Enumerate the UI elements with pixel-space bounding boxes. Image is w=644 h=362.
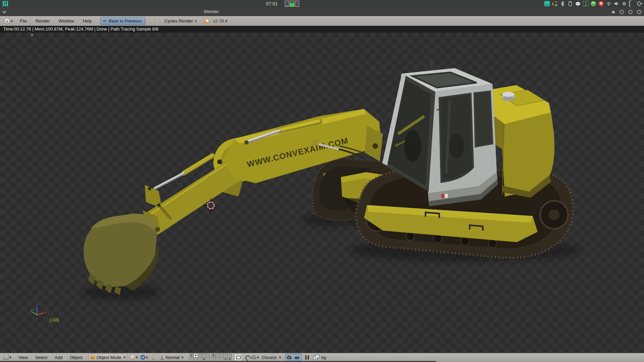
- header-separator: [155, 18, 156, 24]
- pivot-spinner-icon: [145, 355, 149, 360]
- layer-cell[interactable]: [224, 358, 227, 361]
- menu-render[interactable]: Render: [31, 17, 54, 25]
- viewport-shading-icon[interactable]: [130, 355, 135, 360]
- snap-spinner-icon: [256, 355, 260, 360]
- logout-icon[interactable]: [637, 1, 642, 6]
- collapse-chevron-icon[interactable]: [3, 10, 6, 13]
- shading-spinner-icon: [135, 355, 139, 360]
- snap-element-select[interactable]: Closest: [260, 354, 278, 361]
- manipulator-toggle-icon[interactable]: ⋯ ↔: [151, 355, 157, 360]
- layer-cell[interactable]: [212, 358, 215, 361]
- transform-orientation-axis-icon: [159, 355, 164, 360]
- render-scene: WWW.CONVEXAIM.COM: [0, 33, 644, 353]
- window-title: Blender: [204, 7, 219, 16]
- scene-lock-button[interactable]: [234, 354, 242, 361]
- layer-cell[interactable]: [190, 358, 194, 361]
- layer-cell[interactable]: [190, 354, 194, 357]
- layer-cell[interactable]: [220, 358, 223, 361]
- background-images-icon[interactable]: [313, 355, 319, 360]
- menu-object[interactable]: Object: [66, 354, 86, 361]
- clipboard-icon[interactable]: [568, 1, 573, 6]
- settings-gear-icon[interactable]: ⚙: [622, 1, 627, 6]
- axis-x-label: x: [45, 310, 47, 315]
- bluetooth-icon[interactable]: [560, 1, 565, 6]
- download-tray-icon[interactable]: [583, 1, 588, 6]
- system-monitor-widget[interactable]: [285, 1, 299, 7]
- layer-cell[interactable]: [228, 354, 231, 357]
- snap-element-cube-icon[interactable]: [251, 355, 256, 360]
- shade-window-icon[interactable]: ⏏: [611, 9, 615, 14]
- render-still-camera-icon[interactable]: [287, 355, 292, 360]
- menu-file[interactable]: File: [15, 17, 31, 25]
- snap-magnet-icon[interactable]: [245, 355, 250, 360]
- axis-z-label: z: [36, 302, 38, 307]
- render-animation-clapper-icon[interactable]: [294, 355, 300, 360]
- layer-cell[interactable]: [212, 354, 215, 357]
- layer-cell[interactable]: [194, 358, 198, 361]
- layer-cell[interactable]: [202, 358, 206, 361]
- system-panel: 07:01 M ⚙: [0, 0, 644, 8]
- window-titlebar: Blender ⏏: [0, 7, 644, 16]
- axis-y-label: y: [31, 307, 33, 312]
- display-tray-icon[interactable]: [544, 1, 550, 6]
- layer-cell[interactable]: [198, 358, 202, 361]
- back-to-previous-button[interactable]: ↩ Back to Previous: [100, 17, 145, 25]
- blender-logo-icon[interactable]: [204, 19, 210, 23]
- mode-spinner-icon: [123, 355, 126, 360]
- layer-cell[interactable]: [206, 354, 210, 357]
- layer-cell[interactable]: [216, 354, 219, 357]
- layer-cell[interactable]: [224, 354, 227, 357]
- swap-bar-icon: [295, 1, 299, 7]
- package-update-icon[interactable]: [552, 1, 557, 6]
- menu-select[interactable]: Select: [32, 354, 51, 361]
- menu-window[interactable]: Window: [54, 17, 78, 25]
- m-app-tray-icon[interactable]: M: [598, 1, 604, 6]
- bg-label: bg: [321, 355, 326, 360]
- close-button[interactable]: [637, 10, 641, 14]
- layer-grid-1[interactable]: [190, 354, 210, 361]
- viewport-corner-plus-icon[interactable]: [31, 34, 34, 37]
- layer-cell[interactable]: [220, 354, 223, 357]
- viewport-header-toolbar: View Select Add Object Object Mode ⋯ ↔ N…: [0, 353, 644, 361]
- viewport-editor-icon[interactable]: [3, 355, 9, 360]
- system-tray: M ⚙: [544, 0, 642, 7]
- layer-cell[interactable]: [206, 358, 210, 361]
- layer-cell[interactable]: [198, 354, 202, 357]
- snap-mode-spinner-icon: [278, 355, 282, 360]
- transform-orientation-select[interactable]: Normal: [164, 354, 181, 361]
- layer-cell[interactable]: [228, 358, 231, 361]
- volume-icon[interactable]: [614, 1, 619, 6]
- layer-cell-active[interactable]: [194, 354, 198, 357]
- orientation-spinner-icon: [181, 355, 184, 360]
- info-editor-icon: i: [4, 18, 10, 24]
- blender-info-header: i File Render Window Help ↩ Back to Prev…: [0, 16, 644, 26]
- memory-bar-icon: [290, 1, 294, 7]
- back-icon: ↩: [103, 18, 107, 23]
- layer-cell[interactable]: [202, 354, 206, 357]
- pause-render-button[interactable]: [305, 355, 310, 360]
- maximize-button[interactable]: [628, 10, 633, 14]
- viewport-3d[interactable]: WWW.CONVEXAIM.COM: [0, 33, 644, 353]
- mode-select[interactable]: Object Mode: [88, 354, 127, 361]
- menu-help[interactable]: Help: [78, 17, 96, 25]
- battery-icon[interactable]: [629, 1, 635, 6]
- layer-cell[interactable]: [216, 358, 219, 361]
- wifi-icon[interactable]: [606, 1, 611, 6]
- green-app-tray-icon[interactable]: [591, 1, 596, 6]
- panel-clock[interactable]: 07:01: [266, 0, 278, 7]
- manjaro-menu-icon[interactable]: [3, 1, 8, 6]
- bucket: [84, 210, 160, 295]
- pivot-point-icon[interactable]: [141, 355, 145, 360]
- version-label: v2.78.4: [213, 18, 227, 23]
- menu-view[interactable]: View: [15, 354, 32, 361]
- discord-icon[interactable]: [575, 1, 581, 6]
- editor-type-selector[interactable]: i: [4, 18, 13, 24]
- opengl-render-buttons: [285, 354, 302, 361]
- menu-add[interactable]: Add: [51, 354, 66, 361]
- minimize-button[interactable]: [620, 10, 624, 14]
- viewport-editor-spinner-icon: [9, 355, 12, 360]
- render-engine-select[interactable]: Cycles Render: [161, 17, 198, 25]
- object-mode-cube-icon: [90, 355, 95, 360]
- axis-gizmo: z x y: [31, 302, 47, 315]
- layer-grid-2[interactable]: [211, 354, 232, 361]
